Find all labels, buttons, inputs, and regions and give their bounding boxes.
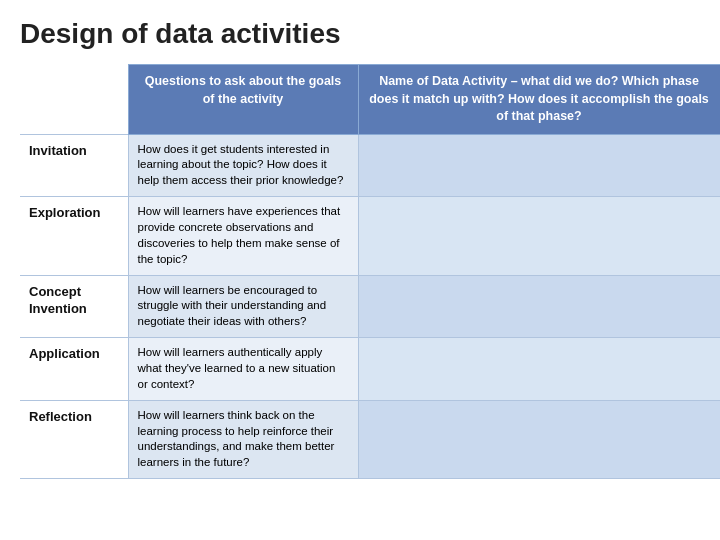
page: Design of data activities Questions to a… bbox=[0, 0, 720, 540]
row-activity bbox=[358, 134, 720, 197]
row-label: Exploration bbox=[20, 197, 128, 275]
row-label: Concept Invention bbox=[20, 275, 128, 338]
table-row: InvitationHow does it get students inter… bbox=[20, 134, 720, 197]
activities-table: Questions to ask about the goals of the … bbox=[20, 64, 720, 479]
header-activity: Name of Data Activity – what did we do? … bbox=[358, 65, 720, 135]
row-question: How will learners be encouraged to strug… bbox=[128, 275, 358, 338]
row-question: How will learners have experiences that … bbox=[128, 197, 358, 275]
row-question: How will learners authentically apply wh… bbox=[128, 338, 358, 401]
header-questions: Questions to ask about the goals of the … bbox=[128, 65, 358, 135]
row-label: Application bbox=[20, 338, 128, 401]
row-activity bbox=[358, 338, 720, 401]
table-row: ExplorationHow will learners have experi… bbox=[20, 197, 720, 275]
row-question: How will learners think back on the lear… bbox=[128, 400, 358, 478]
row-label: Invitation bbox=[20, 134, 128, 197]
header-empty-cell bbox=[20, 65, 128, 135]
row-activity bbox=[358, 275, 720, 338]
page-title: Design of data activities bbox=[20, 18, 700, 50]
row-question: How does it get students interested in l… bbox=[128, 134, 358, 197]
table-row: ReflectionHow will learners think back o… bbox=[20, 400, 720, 478]
row-label: Reflection bbox=[20, 400, 128, 478]
row-activity bbox=[358, 400, 720, 478]
row-activity bbox=[358, 197, 720, 275]
table-row: ApplicationHow will learners authentical… bbox=[20, 338, 720, 401]
table-row: Concept InventionHow will learners be en… bbox=[20, 275, 720, 338]
